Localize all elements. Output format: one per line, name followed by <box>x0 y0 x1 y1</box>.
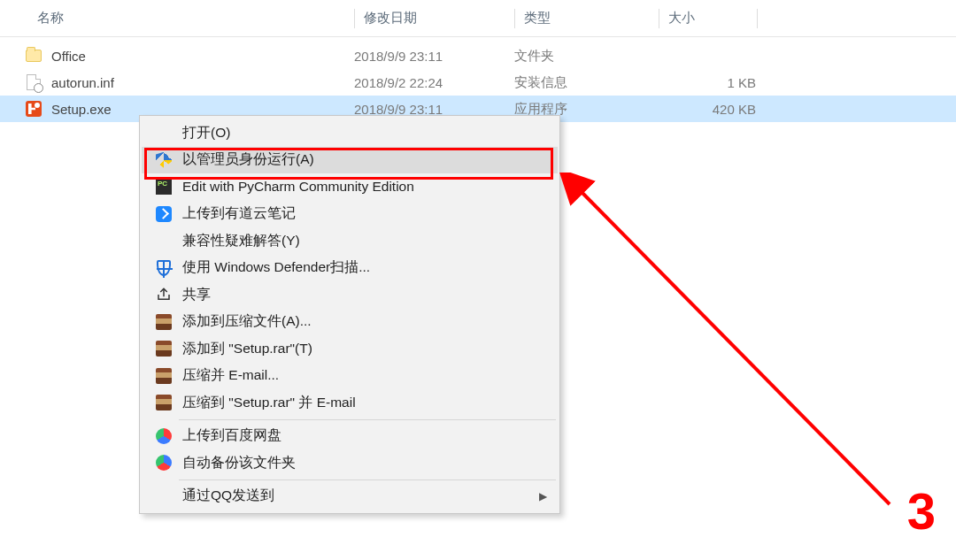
folder-icon <box>25 47 42 65</box>
file-name: Office <box>51 49 86 64</box>
column-header-date[interactable]: 修改日期 <box>355 10 514 27</box>
blank-icon <box>154 487 173 506</box>
exe-file-icon <box>25 100 42 118</box>
column-header-type[interactable]: 类型 <box>515 10 659 27</box>
file-date: 2018/9/9 23:11 <box>354 102 514 117</box>
inf-file-icon <box>25 73 42 91</box>
share-icon <box>154 285 173 304</box>
file-size: 420 KB <box>659 102 756 117</box>
menu-baidu-auto-backup[interactable]: 自动备份该文件夹 <box>142 449 558 477</box>
menu-qq-send[interactable]: 通过QQ发送到 ▶ <box>142 483 558 510</box>
context-menu: 打开(O) 以管理员身份运行(A) Edit with PyCharm Comm… <box>139 115 560 514</box>
column-header-size[interactable]: 大小 <box>659 10 757 27</box>
file-row-office[interactable]: Office 2018/9/9 23:11 文件夹 <box>0 42 956 69</box>
pycharm-icon <box>154 177 173 196</box>
baidu-pan-icon <box>154 426 173 446</box>
shield-icon <box>154 150 173 170</box>
file-date: 2018/9/9 23:11 <box>354 49 514 64</box>
file-list-header: 名称 修改日期 类型 大小 <box>0 0 956 37</box>
submenu-arrow-icon: ▶ <box>539 490 547 502</box>
file-date: 2018/9/2 22:24 <box>354 75 514 90</box>
menu-baidu-upload[interactable]: 上传到百度网盘 <box>142 423 558 450</box>
file-type: 文件夹 <box>514 48 659 65</box>
blank-icon <box>154 231 173 250</box>
menu-rar-addto[interactable]: 添加到 "Setup.rar"(T) <box>142 335 558 363</box>
winrar-icon <box>154 339 173 358</box>
file-size: 1 KB <box>659 75 756 90</box>
annotation-arrow <box>553 173 916 522</box>
svg-line-0 <box>578 188 890 504</box>
column-header-name[interactable]: 名称 <box>0 10 354 27</box>
menu-rar-email[interactable]: 压缩并 E-mail... <box>142 363 558 390</box>
winrar-icon <box>154 366 173 386</box>
menu-rar-add[interactable]: 添加到压缩文件(A)... <box>142 309 558 336</box>
file-name: Setup.exe <box>51 102 112 117</box>
annotation-step-number: 3 <box>907 481 936 541</box>
defender-icon <box>154 258 173 278</box>
winrar-icon <box>154 393 173 412</box>
menu-run-as-admin[interactable]: 以管理员身份运行(A) <box>142 147 558 174</box>
baidu-pan-icon <box>154 453 173 472</box>
menu-pycharm-edit[interactable]: Edit with PyCharm Community Edition <box>142 173 558 201</box>
menu-separator <box>179 419 556 420</box>
file-name: autorun.inf <box>51 75 114 90</box>
menu-compat-troubleshoot[interactable]: 兼容性疑难解答(Y) <box>142 227 558 255</box>
youdao-icon <box>154 204 173 224</box>
winrar-icon <box>154 312 173 332</box>
blank-icon <box>154 123 173 142</box>
menu-rar-email-to[interactable]: 压缩到 "Setup.rar" 并 E-mail <box>142 389 558 417</box>
file-type: 安装信息 <box>514 74 659 91</box>
file-row-autorun[interactable]: autorun.inf 2018/9/2 22:24 安装信息 1 KB <box>0 69 956 96</box>
menu-youdao-upload[interactable]: 上传到有道云笔记 <box>142 201 558 228</box>
menu-open[interactable]: 打开(O) <box>142 119 558 147</box>
menu-defender-scan[interactable]: 使用 Windows Defender扫描... <box>142 255 558 282</box>
menu-separator <box>179 479 556 480</box>
menu-share[interactable]: 共享 <box>142 281 558 309</box>
